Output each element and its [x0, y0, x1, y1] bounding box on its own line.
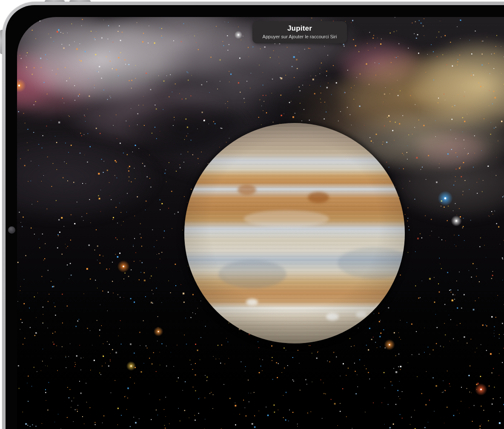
ipad-frame: Jupiter Appuyer sur Ajouter le raccourci…: [2, 2, 504, 429]
siri-shortcut-banner[interactable]: Jupiter Appuyer sur Ajouter le raccourci…: [252, 21, 347, 43]
ipad-device: Jupiter Appuyer sur Ajouter le raccourci…: [0, 0, 504, 429]
front-camera: [8, 226, 15, 234]
planet-jupiter: [184, 123, 405, 343]
planet-limb-shading: [184, 123, 405, 343]
app-screen[interactable]: Jupiter Appuyer sur Ajouter le raccourci…: [17, 17, 504, 429]
ipad-bezel: Jupiter Appuyer sur Ajouter le raccourci…: [6, 5, 504, 429]
banner-subtitle: Appuyer sur Ajouter le raccourci Siri: [252, 34, 347, 40]
banner-title: Jupiter: [252, 24, 347, 33]
